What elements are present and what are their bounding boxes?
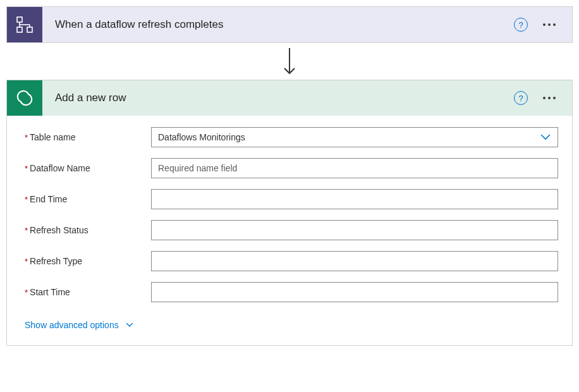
trigger-icon-box xyxy=(7,7,42,42)
required-indicator: * xyxy=(25,257,28,266)
field-row-refresh-type: * Refresh Type xyxy=(25,251,558,271)
field-row-end-time: * End Time xyxy=(25,189,558,209)
dataflow-name-input[interactable] xyxy=(158,163,551,173)
field-row-table-name: * Table name Dataflows Monitorings xyxy=(25,127,558,147)
required-indicator: * xyxy=(25,133,28,142)
label-end-time: * End Time xyxy=(25,194,151,204)
trigger-header-actions: ? xyxy=(514,18,564,32)
end-time-input[interactable] xyxy=(158,194,551,204)
more-menu-button[interactable] xyxy=(540,94,558,102)
refresh-type-input[interactable] xyxy=(158,256,551,266)
action-header-actions: ? xyxy=(514,91,564,105)
start-time-input[interactable] xyxy=(158,287,551,297)
svg-rect-2 xyxy=(27,27,32,32)
required-indicator: * xyxy=(25,164,28,173)
table-name-value: Dataflows Monitorings xyxy=(158,132,540,142)
required-indicator: * xyxy=(25,288,28,297)
field-row-start-time: * Start Time xyxy=(25,282,558,302)
refresh-status-input[interactable] xyxy=(158,225,551,235)
help-icon[interactable]: ? xyxy=(514,18,528,32)
trigger-card: When a dataflow refresh completes ? xyxy=(6,6,573,43)
action-header[interactable]: Add a new row ? xyxy=(7,80,572,116)
arrow-down-icon xyxy=(281,47,298,76)
dataflow-icon xyxy=(15,15,34,34)
action-title: Add a new row xyxy=(42,92,514,104)
chevron-down-icon xyxy=(540,133,551,141)
required-indicator: * xyxy=(25,195,28,204)
refresh-type-input-wrapper xyxy=(151,251,558,271)
dataverse-icon xyxy=(15,88,35,108)
help-icon[interactable]: ? xyxy=(514,91,528,105)
action-icon-box xyxy=(7,80,42,116)
action-body: * Table name Dataflows Monitorings * Dat… xyxy=(7,116,572,345)
action-card: Add a new row ? * Table name Dataflows M… xyxy=(6,80,573,346)
start-time-input-wrapper xyxy=(151,282,558,302)
label-dataflow-name: * Dataflow Name xyxy=(25,163,151,173)
svg-rect-0 xyxy=(17,17,22,22)
more-menu-button[interactable] xyxy=(540,21,558,28)
refresh-status-input-wrapper xyxy=(151,220,558,240)
label-start-time: * Start Time xyxy=(25,287,151,297)
advanced-options-label: Show advanced options xyxy=(25,320,119,330)
dataflow-name-input-wrapper xyxy=(151,158,558,178)
field-row-dataflow-name: * Dataflow Name xyxy=(25,158,558,178)
label-refresh-type: * Refresh Type xyxy=(25,256,151,266)
table-name-select[interactable]: Dataflows Monitorings xyxy=(151,127,558,147)
flow-arrow-connector xyxy=(6,43,573,80)
required-indicator: * xyxy=(25,226,28,235)
show-advanced-options-toggle[interactable]: Show advanced options xyxy=(25,319,558,331)
chevron-down-icon xyxy=(125,322,134,328)
label-table-name: * Table name xyxy=(25,132,151,142)
trigger-title: When a dataflow refresh completes xyxy=(42,18,514,31)
trigger-header[interactable]: When a dataflow refresh completes ? xyxy=(7,7,572,42)
end-time-input-wrapper xyxy=(151,189,558,209)
svg-rect-1 xyxy=(17,27,22,32)
field-row-refresh-status: * Refresh Status xyxy=(25,220,558,240)
label-refresh-status: * Refresh Status xyxy=(25,225,151,235)
